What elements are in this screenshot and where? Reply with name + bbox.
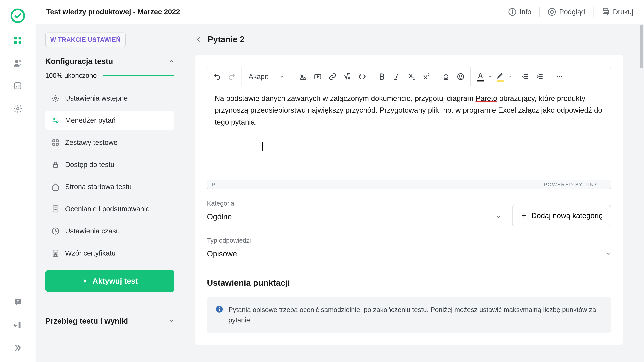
svg-rect-26 (56, 140, 58, 142)
chevron-up-icon (168, 58, 174, 64)
sidebar-item-question-manager[interactable]: Menedżer pytań (45, 111, 174, 130)
clock-icon (51, 227, 60, 235)
home-icon (51, 182, 60, 191)
chevron-down-icon (605, 251, 611, 257)
sidebar-item-label: Ustawienia czasu (65, 227, 120, 235)
svg-rect-4 (18, 41, 21, 44)
rail-help[interactable]: ? (12, 296, 24, 308)
results-title: Przebieg testu i wyniki (45, 316, 128, 326)
rail-logout[interactable] (12, 319, 24, 331)
answer-type-select[interactable]: Opisowe (207, 246, 611, 263)
svg-point-21 (53, 118, 54, 120)
resize-handle-icon[interactable] (602, 182, 606, 187)
scoring-info-box: Pytania opisowe trzeba ocenić samodzieln… (207, 297, 611, 333)
scrollbar[interactable] (639, 24, 644, 362)
svg-point-20 (54, 97, 57, 100)
svg-rect-1 (14, 37, 17, 40)
page-title: Pytanie 2 (208, 34, 244, 44)
svg-point-57 (561, 76, 562, 77)
lock-icon (51, 160, 60, 169)
chevron-down-icon (279, 74, 285, 80)
back-button[interactable] (195, 36, 202, 43)
sidebar-item-time[interactable]: Ustawienia czasu (45, 222, 174, 240)
sidebar-item-label: Ustawienia wstępne (65, 94, 128, 102)
equation-button[interactable] (341, 70, 354, 83)
video-button[interactable] (312, 70, 324, 83)
sidebar-item-initial-settings[interactable]: Ustawienia wstępne (45, 89, 174, 108)
sidebar-item-certificate[interactable]: Wzór certyfikatu (45, 244, 174, 263)
indent-button[interactable] (534, 70, 546, 83)
subscript-button[interactable]: 2 (405, 70, 418, 83)
editor-path[interactable]: P (212, 182, 215, 188)
svg-rect-7 (14, 83, 21, 89)
rail-dashboard[interactable] (12, 34, 24, 46)
bold-button[interactable] (376, 70, 388, 83)
highlight-color-button[interactable] (494, 70, 512, 83)
more-button[interactable] (553, 70, 566, 83)
svg-point-16 (550, 10, 554, 13)
rail-expand[interactable] (12, 342, 24, 354)
paragraph-style-select[interactable]: Akapit (245, 72, 290, 81)
emoji-button[interactable] (454, 70, 467, 83)
question-card: Akapit (195, 55, 623, 345)
svg-point-14 (512, 10, 513, 10)
divider (593, 7, 594, 17)
sidebar-item-label: Menedżer pytań (65, 116, 116, 124)
divider (539, 7, 540, 17)
chevron-down-icon (168, 318, 174, 324)
outdent-button[interactable] (519, 70, 532, 83)
superscript-button[interactable]: 2 (420, 70, 432, 83)
document-icon (51, 205, 60, 213)
editor-text-before: Na podstawie danych zawartych w załączon… (215, 94, 476, 102)
text-cursor (262, 142, 263, 150)
sidebar-item-access[interactable]: Dostęp do testu (45, 155, 174, 174)
special-char-button[interactable] (440, 70, 452, 83)
code-button[interactable] (356, 70, 368, 83)
activate-test-button[interactable]: Aktywuj test (45, 270, 174, 292)
status-badge: W TRAKCIE USTAWIEŃ (45, 32, 126, 47)
page-header-bar: Test wiedzy produktowej - Marzec 2022 In… (36, 0, 644, 24)
link-button[interactable] (326, 70, 339, 83)
test-title: Test wiedzy produktowej - Marzec 2022 (46, 8, 180, 16)
svg-point-15 (548, 8, 556, 16)
preview-label: Podgląd (559, 8, 585, 16)
rail-settings[interactable] (12, 102, 24, 115)
category-select[interactable]: Ogólne (207, 210, 502, 226)
sliders-icon (51, 116, 60, 124)
editor-content[interactable]: Na podstawie danych zawartych w załączon… (207, 86, 611, 180)
sidebar-item-test-sets[interactable]: Zestawy testowe (45, 133, 174, 152)
rail-users[interactable] (12, 57, 24, 69)
svg-point-46 (458, 74, 464, 80)
info-button[interactable]: Info (508, 8, 531, 16)
chevron-down-icon (496, 214, 502, 220)
results-section-toggle[interactable]: Przebieg testu i wyniki (45, 306, 174, 326)
print-button[interactable]: Drukuj (602, 8, 633, 16)
svg-rect-27 (53, 143, 55, 145)
svg-point-48 (461, 76, 462, 76)
app-logo (10, 8, 26, 24)
image-button[interactable] (297, 70, 310, 83)
svg-rect-3 (14, 41, 17, 44)
svg-rect-2 (18, 37, 21, 40)
plus-icon (520, 212, 527, 219)
sidebar-item-grading[interactable]: Ocenianie i podsumowanie (45, 199, 174, 218)
svg-point-10 (16, 108, 19, 110)
scoring-title: Ustawienia punktacji (207, 278, 611, 288)
undo-button[interactable] (211, 70, 224, 83)
svg-line-60 (605, 186, 606, 186)
nav-rail: ? (0, 0, 36, 362)
sidebar-item-label: Dostęp do testu (65, 161, 114, 169)
add-category-button[interactable]: Dodaj nową kategorię (512, 205, 611, 226)
editor-text-underlined: Pareto (476, 94, 497, 102)
preview-button[interactable]: Podgląd (548, 8, 585, 16)
answer-type-label: Typ odpowiedzi (207, 237, 611, 244)
text-color-button[interactable]: A (474, 70, 492, 83)
sidebar-item-start-page[interactable]: Strona startowa testu (45, 177, 174, 196)
editor-footer: P POWERED BY TINY (207, 180, 611, 189)
rail-reports[interactable] (12, 80, 24, 92)
config-sidebar: W TRAKCIE USTAWIEŃ Konfiguracja testu 10… (36, 24, 184, 362)
config-section-toggle[interactable]: Konfiguracja testu (45, 57, 174, 66)
scrollbar-thumb[interactable] (640, 25, 643, 68)
redo-button[interactable] (226, 70, 238, 83)
italic-button[interactable] (390, 70, 403, 83)
